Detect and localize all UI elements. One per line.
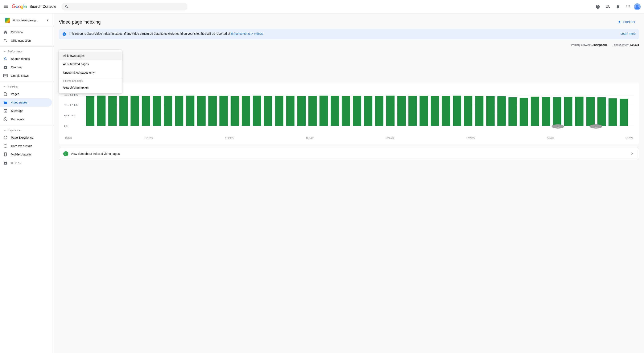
- sidebar-label-sitemaps: Sitemaps: [11, 109, 23, 113]
- x-label-7: 1/17/23: [625, 137, 633, 139]
- svg-rect-53: [508, 97, 517, 126]
- search-input[interactable]: [70, 5, 184, 9]
- svg-text:600: 600: [64, 114, 76, 117]
- svg-rect-34: [297, 96, 306, 126]
- property-dropdown-icon: ▾: [47, 18, 48, 23]
- sidebar-item-page-experience[interactable]: Page Experience: [0, 133, 52, 142]
- sidebar-label-page-experience: Page Experience: [11, 136, 34, 139]
- svg-rect-60: [586, 97, 594, 126]
- sidebar-item-pages[interactable]: Pages: [0, 90, 52, 98]
- learn-more-link[interactable]: Learn more: [617, 32, 636, 35]
- filter-sitemaps-label: Filter to Sitemaps: [59, 78, 122, 83]
- dropdown-menu[interactable]: All known pages All submitted pages Unsu…: [59, 50, 122, 93]
- pages-icon: [3, 92, 8, 96]
- svg-rect-20: [142, 96, 150, 126]
- svg-text:1: 1: [556, 126, 560, 128]
- sidebar-label-google-news: Google News: [11, 74, 28, 77]
- svg-rect-45: [420, 96, 428, 126]
- meta-row: Primary crawler: Smartphone Last updated…: [59, 43, 639, 47]
- chart-y-label: Video pages: [64, 88, 634, 91]
- help-button[interactable]: [594, 3, 602, 11]
- x-label-1: 11/12/22: [144, 137, 153, 139]
- mobile-usability-icon: [3, 152, 8, 157]
- dropdown-option-sitemap-xml[interactable]: /search/sitemap.xml: [59, 83, 122, 92]
- sidebar-item-sitemaps[interactable]: Sitemaps: [0, 107, 52, 115]
- bar-chart: 1.8K 1.2K 600 0 1 1: [64, 93, 634, 135]
- sidebar-label-search-results: Search results: [11, 57, 30, 61]
- sidebar-label-https: HTTPS: [11, 161, 20, 165]
- home-icon: [3, 30, 8, 34]
- svg-rect-16: [97, 96, 106, 126]
- https-icon: [3, 161, 8, 165]
- property-selector[interactable]: https://developers.g... ▾: [2, 16, 52, 25]
- chart-container: Video pages 1.8K 1.2K 600 0 1 1: [59, 83, 639, 144]
- property-icon: [5, 18, 10, 23]
- sidebar-item-google-news[interactable]: Google News: [0, 72, 52, 80]
- sidebar-label-overview: Overview: [11, 31, 23, 34]
- sidebar-divider-experience: [0, 125, 54, 125]
- svg-rect-47: [442, 96, 450, 126]
- dropdown-option-unsubmitted[interactable]: Unsubmitted pages only: [59, 68, 122, 77]
- x-label-6: 1/6/23: [547, 137, 554, 139]
- svg-rect-36: [320, 96, 328, 126]
- sidebar-label-url-inspection: URL inspection: [11, 39, 31, 42]
- view-data-checkmark: ✓: [63, 151, 68, 156]
- x-label-4: 12/15/22: [386, 137, 394, 139]
- avatar[interactable]: [634, 3, 641, 10]
- svg-rect-37: [330, 96, 339, 126]
- last-updated-value: 1/26/23: [630, 43, 639, 47]
- svg-rect-17: [108, 96, 117, 126]
- sidebar-section-indexing[interactable]: Indexing: [0, 84, 54, 90]
- svg-point-1: [636, 5, 638, 7]
- sidebar-section-experience[interactable]: Experience: [0, 127, 54, 133]
- sidebar-item-core-web-vitals[interactable]: Core Web Vitals: [0, 142, 52, 150]
- search-nav-icon: [3, 39, 8, 43]
- header-actions: [594, 3, 641, 11]
- sidebar-section-performance[interactable]: Performance: [0, 48, 54, 55]
- svg-rect-22: [164, 96, 172, 126]
- sidebar-label-removals: Removals: [11, 118, 24, 121]
- sidebar: https://developers.g... ▾ Overview URL i…: [0, 14, 54, 353]
- sidebar-item-mobile-usability[interactable]: Mobile Usability: [0, 150, 52, 159]
- search-bar[interactable]: [61, 3, 188, 11]
- svg-line-3: [4, 118, 7, 121]
- header: Search Console: [0, 0, 644, 14]
- svg-text:0: 0: [64, 125, 68, 127]
- apps-button[interactable]: [624, 3, 632, 11]
- svg-rect-61: [597, 97, 606, 126]
- info-text: This report is about video indexing stat…: [69, 32, 264, 35]
- svg-rect-44: [408, 96, 417, 126]
- sidebar-item-video-pages[interactable]: Video pages: [0, 98, 52, 107]
- enhancements-link[interactable]: Enhancements > Videos: [231, 32, 263, 35]
- view-data-card[interactable]: ✓ View data about indexed video pages: [59, 148, 639, 160]
- svg-rect-29: [242, 96, 250, 126]
- sidebar-item-removals[interactable]: Removals: [0, 115, 52, 124]
- menu-icon[interactable]: [3, 4, 8, 10]
- sidebar-item-discover[interactable]: Discover: [0, 63, 52, 72]
- sidebar-label-mobile-usability: Mobile Usability: [11, 153, 32, 156]
- last-updated-label: Last updated: 1/26/23: [612, 43, 639, 47]
- svg-rect-32: [275, 96, 284, 126]
- svg-rect-43: [397, 96, 406, 126]
- dropdown-option-all-known[interactable]: All known pages: [59, 52, 122, 60]
- sidebar-item-search-results[interactable]: G Search results: [0, 55, 52, 63]
- sidebar-label-video-pages: Video pages: [11, 101, 27, 104]
- svg-rect-18: [120, 96, 128, 126]
- sidebar-item-url-inspection[interactable]: URL inspection: [0, 36, 52, 45]
- svg-rect-40: [364, 96, 372, 126]
- sidebar-item-overview[interactable]: Overview: [0, 28, 52, 36]
- x-label-5: 12/26/22: [466, 137, 475, 139]
- svg-rect-26: [208, 96, 217, 126]
- sidebar-label-pages: Pages: [11, 92, 19, 96]
- svg-rect-59: [575, 97, 584, 126]
- svg-rect-62: [608, 99, 617, 126]
- sidebar-item-https[interactable]: HTTPS: [0, 159, 52, 167]
- svg-rect-63: [620, 99, 628, 126]
- svg-rect-54: [520, 98, 528, 126]
- export-button[interactable]: EXPORT: [614, 19, 639, 26]
- svg-rect-49: [464, 96, 472, 126]
- search-console-button[interactable]: [604, 3, 612, 11]
- notifications-button[interactable]: [614, 3, 622, 11]
- dropdown-option-all-submitted[interactable]: All submitted pages: [59, 60, 122, 68]
- sidebar-divider-perf: [0, 47, 54, 47]
